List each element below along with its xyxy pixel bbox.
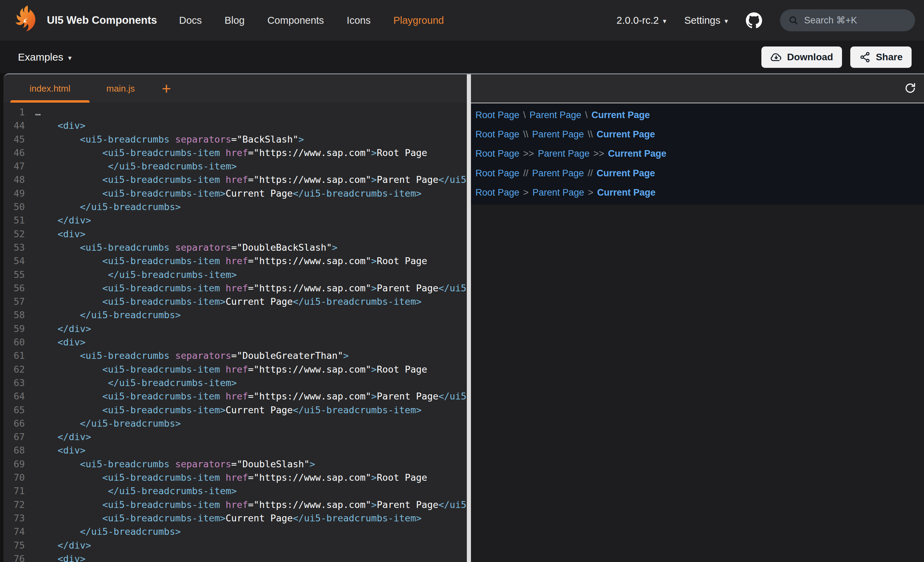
code-token: <ui5-breadcrumbs-item bbox=[35, 499, 226, 510]
nav-link-playground[interactable]: Playground bbox=[393, 15, 444, 26]
line-number: 48 bbox=[3, 173, 35, 186]
nav-link-icons[interactable]: Icons bbox=[346, 15, 370, 26]
breadcrumb-current[interactable]: Current Page bbox=[597, 187, 656, 198]
breadcrumb-current[interactable]: Current Page bbox=[608, 148, 667, 159]
code-token: </ui5-breadcrumbs-item> bbox=[35, 486, 237, 496]
breadcrumb-link[interactable]: Parent Page bbox=[532, 187, 584, 198]
nav-link-docs[interactable]: Docs bbox=[179, 15, 202, 26]
code-line: 56 <ui5-breadcrumbs-item href="https://w… bbox=[3, 281, 467, 295]
code-content: <ui5-breadcrumbs-item href="https://www.… bbox=[35, 281, 467, 295]
ui5-phoenix-logo-icon bbox=[12, 4, 40, 36]
code-token: <div> bbox=[35, 229, 86, 239]
code-token: > bbox=[371, 147, 376, 158]
code-token: Root Page bbox=[377, 472, 427, 483]
code-content: … bbox=[35, 105, 40, 119]
editor-tab-main.js[interactable]: main.js bbox=[90, 74, 152, 103]
code-token: ="https://www.sap.com" bbox=[248, 499, 371, 510]
nav-link-blog[interactable]: Blog bbox=[225, 15, 244, 26]
code-content: </ui5-breadcrumbs-item> bbox=[35, 268, 237, 281]
code-token: > bbox=[371, 499, 376, 510]
code-content: </div> bbox=[35, 430, 91, 444]
code-token: Current Page bbox=[226, 188, 293, 199]
line-number: 51 bbox=[3, 213, 35, 227]
github-icon[interactable] bbox=[746, 12, 762, 28]
line-number: 52 bbox=[3, 227, 35, 241]
breadcrumb-link[interactable]: Root Page bbox=[476, 148, 519, 159]
editor-tab-index.html[interactable]: index.html bbox=[10, 74, 90, 103]
split-drag-handle[interactable] bbox=[467, 74, 471, 562]
code-line: 64 <ui5-breadcrumbs-item href="https://w… bbox=[3, 390, 467, 403]
examples-label: Examples bbox=[18, 51, 63, 63]
breadcrumb-link[interactable]: Root Page bbox=[476, 110, 519, 120]
breadcrumb-link[interactable]: Parent Page bbox=[538, 148, 590, 159]
breadcrumb-link[interactable]: Root Page bbox=[476, 187, 519, 198]
code-content: <ui5-breadcrumbs-item href="https://www.… bbox=[35, 363, 427, 376]
code-token: <ui5-breadcrumbs-item> bbox=[35, 296, 226, 307]
code-content: <div> bbox=[35, 119, 86, 132]
code-token: </ui5-breadcrumbs-item> bbox=[293, 513, 422, 523]
code-area[interactable]: 1…44 <div>45 <ui5-breadcrumbs separators… bbox=[3, 103, 467, 562]
code-token: > bbox=[332, 242, 338, 253]
breadcrumb-separator: > bbox=[524, 187, 529, 198]
preview-frame: Root Page\Parent Page\Current PageRoot P… bbox=[471, 103, 924, 205]
code-token: </div> bbox=[35, 540, 91, 551]
main-nav: DocsBlogComponentsIconsPlayground bbox=[179, 15, 444, 26]
code-token: <ui5-breadcrumbs-item bbox=[35, 147, 226, 158]
breadcrumb-link[interactable]: Root Page bbox=[476, 168, 519, 179]
line-number: 1 bbox=[3, 105, 35, 119]
code-line: 51 </div> bbox=[3, 213, 467, 227]
preview-toolbar bbox=[471, 74, 924, 103]
code-token: </ui5-breadcrumbs> bbox=[35, 526, 181, 537]
code-content: </div> bbox=[35, 539, 91, 552]
breadcrumb-separator: >> bbox=[593, 148, 604, 159]
code-token: href bbox=[226, 256, 248, 266]
code-token: <ui5-breadcrumbs-item bbox=[35, 364, 226, 375]
breadcrumb-current[interactable]: Current Page bbox=[591, 110, 650, 120]
toolbar-actions: Download Share bbox=[761, 46, 912, 68]
code-content: </div> bbox=[35, 322, 91, 336]
code-line: 57 <ui5-breadcrumbs-item>Current Page</u… bbox=[3, 295, 467, 308]
breadcrumb-separator: >> bbox=[524, 148, 534, 159]
code-token: </ui5-breadcrumbs-item> bbox=[35, 378, 237, 388]
brand-title: UI5 Web Components bbox=[47, 14, 157, 27]
line-number: 74 bbox=[3, 525, 35, 538]
examples-dropdown[interactable]: Examples ▾ bbox=[18, 51, 72, 63]
code-token: <ui5-breadcrumbs-item> bbox=[35, 188, 226, 199]
breadcrumb-link[interactable]: Parent Page bbox=[532, 129, 584, 140]
code-content: <ui5-breadcrumbs-item href="https://www.… bbox=[35, 390, 467, 403]
code-line: 66 </ui5-breadcrumbs> bbox=[3, 417, 467, 430]
code-line: 72 <ui5-breadcrumbs-item href="https://w… bbox=[3, 498, 467, 511]
chevron-down-icon: ▾ bbox=[68, 54, 72, 62]
code-token: separators bbox=[175, 242, 231, 253]
nav-link-components[interactable]: Components bbox=[267, 15, 324, 26]
code-content: <ui5-breadcrumbs-item href="https://www.… bbox=[35, 498, 467, 511]
line-number: 67 bbox=[3, 430, 35, 444]
line-number: 47 bbox=[3, 159, 35, 173]
add-tab-button[interactable]: + bbox=[152, 74, 181, 103]
line-number: 75 bbox=[3, 539, 35, 552]
breadcrumb-current[interactable]: Current Page bbox=[597, 168, 655, 179]
code-content: </ui5-breadcrumbs-item> bbox=[35, 159, 237, 173]
breadcrumb-link[interactable]: Parent Page bbox=[532, 168, 584, 179]
search-input[interactable]: Search ⌘+K bbox=[780, 9, 915, 31]
code-token: </ui5-breadcrumbs-item> bbox=[438, 283, 467, 294]
refresh-button[interactable] bbox=[903, 82, 917, 95]
code-token: href bbox=[226, 364, 248, 375]
code-token: </ui5-breadcrumbs-item> bbox=[293, 188, 422, 199]
download-button[interactable]: Download bbox=[761, 46, 842, 68]
breadcrumb-link[interactable]: Parent Page bbox=[530, 110, 581, 120]
share-button[interactable]: Share bbox=[850, 46, 912, 68]
breadcrumb-link[interactable]: Root Page bbox=[476, 129, 519, 140]
code-line: 69 <ui5-breadcrumbs separators="DoubleSl… bbox=[3, 457, 467, 471]
code-token: href bbox=[226, 472, 248, 483]
version-dropdown[interactable]: 2.0.0-rc.2 ▾ bbox=[617, 15, 667, 26]
breadcrumb-current[interactable]: Current Page bbox=[597, 129, 655, 140]
top-navbar: UI5 Web Components DocsBlogComponentsIco… bbox=[0, 0, 924, 40]
settings-dropdown[interactable]: Settings ▾ bbox=[684, 15, 728, 26]
code-token: <ui5-breadcrumbs-item bbox=[35, 174, 226, 185]
code-line: 58 </ui5-breadcrumbs> bbox=[3, 308, 467, 322]
code-content: <ui5-breadcrumbs-item href="https://www.… bbox=[35, 254, 427, 268]
line-number: 65 bbox=[3, 403, 35, 417]
code-line: 63 </ui5-breadcrumbs-item> bbox=[3, 376, 467, 390]
editor-tabbar: index.htmlmain.js+ bbox=[3, 74, 467, 103]
